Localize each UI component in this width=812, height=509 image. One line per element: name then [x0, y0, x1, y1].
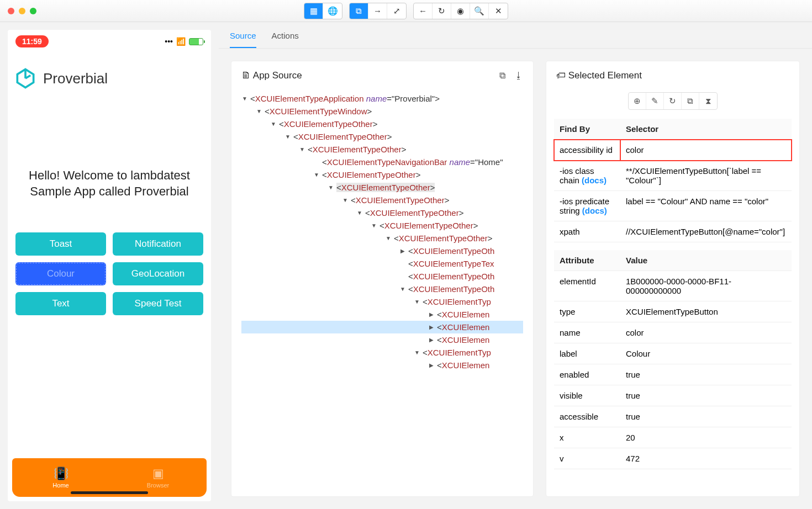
findby-key: -ios class chain (docs): [554, 161, 620, 191]
tree-node[interactable]: ▼<XCUIElementTypeOther>: [241, 130, 523, 143]
tree-node[interactable]: ▶<XCUIElemen: [241, 359, 523, 372]
tree-node[interactable]: ▼<XCUIElementTypeOther>: [241, 118, 523, 130]
attr-value: 472: [620, 448, 792, 469]
chevron-down-icon[interactable]: ▼: [256, 108, 262, 114]
chevron-down-icon[interactable]: ▼: [342, 197, 349, 203]
grid-icon[interactable]: ▦: [304, 3, 323, 19]
tree-node-label: <XCUIElementTypeOther>: [293, 132, 392, 141]
tree-node-label: <XCUIElementTypeOther>: [279, 119, 377, 129]
chevron-down-icon[interactable]: ▼: [270, 121, 277, 127]
tap-icon[interactable]: ⊕: [629, 93, 646, 109]
attr-row: enabledtrue: [554, 364, 792, 385]
chevron-down-icon[interactable]: ▼: [399, 286, 406, 292]
tree-node[interactable]: ▼<XCUIElementTyp: [241, 295, 523, 308]
tab-source[interactable]: Source: [230, 31, 256, 48]
tree-node[interactable]: ▼<XCUIElementTypeApplication name="Prove…: [241, 92, 523, 105]
minimize-window-icon[interactable]: [19, 8, 25, 14]
tree-node[interactable]: ▼<XCUIElementTyp: [241, 346, 523, 359]
wifi-icon: 📶: [176, 37, 186, 46]
attr-value: Colour: [620, 343, 792, 364]
chevron-right-icon[interactable]: ▶: [428, 362, 435, 368]
browser-icon: ▣: [152, 466, 164, 481]
tree-node[interactable]: ▼<XCUIElementTypeOther>: [241, 219, 523, 232]
tree-node[interactable]: ▼<XCUIElementTypeOther>: [241, 194, 523, 206]
send-keys-icon[interactable]: ✎: [646, 93, 664, 109]
expand-icon[interactable]: ⤢: [387, 3, 406, 19]
tree-node[interactable]: ▼<XCUIElementTypeOther>: [241, 143, 523, 156]
attr-row: elementId1B000000-0000-0000-BF11-0000000…: [554, 271, 792, 301]
chevron-right-icon[interactable]: ▶: [428, 311, 435, 317]
refresh-icon[interactable]: ↻: [664, 93, 682, 109]
findby-key: xpath: [554, 221, 620, 242]
tree-node[interactable]: ▶<XCUIElemen: [241, 308, 523, 321]
close-icon[interactable]: ✕: [489, 3, 508, 19]
chevron-down-icon[interactable]: ▼: [284, 134, 291, 140]
findby-row: -ios predicate string (docs)label == "Co…: [554, 191, 792, 221]
findby-key: accessibility id: [554, 140, 620, 161]
panel-row: 🗎 App Source ⧉ ⭳ ▼<XCUIElementTypeApplic…: [219, 49, 812, 509]
xml-tree[interactable]: ▼<XCUIElementTypeApplication name="Prove…: [231, 90, 533, 496]
copy-attrs-icon[interactable]: ⧉: [682, 93, 699, 109]
notification-button[interactable]: Notification: [113, 232, 203, 256]
tree-node[interactable]: <XCUIElementTypeNavigationBar name="Home…: [241, 156, 523, 168]
app-source-card: 🗎 App Source ⧉ ⭳ ▼<XCUIElementTypeApplic…: [231, 61, 534, 497]
eye-icon[interactable]: ◉: [451, 3, 470, 19]
timing-icon[interactable]: ⧗: [699, 93, 717, 109]
globe-icon[interactable]: 🌐: [323, 3, 342, 19]
chevron-down-icon[interactable]: ▼: [414, 349, 420, 356]
chevron-down-icon[interactable]: ▼: [371, 222, 377, 229]
colour-button[interactable]: Colour: [15, 262, 106, 285]
attr-key: visible: [554, 385, 620, 406]
tree-node[interactable]: ▼<XCUIElementTypeWindow>: [241, 105, 523, 118]
speedtest-button[interactable]: Speed Test: [113, 292, 203, 315]
tree-node-label: <XCUIElementTypeNavigationBar name="Home…: [322, 157, 503, 167]
tree-node[interactable]: ▼<XCUIElementTypeOther>: [241, 181, 523, 194]
toast-button[interactable]: Toast: [15, 232, 106, 256]
tree-node[interactable]: ▼<XCUIElementTypeOth: [241, 283, 523, 295]
attr-row: typeXCUIElementTypeButton: [554, 301, 792, 322]
tree-node[interactable]: ▶<XCUIElemen: [241, 321, 523, 333]
chevron-right-icon[interactable]: ▶: [428, 337, 435, 343]
chevron-down-icon[interactable]: ▼: [241, 96, 248, 102]
inspector-tabs: Source Actions: [219, 22, 812, 49]
app-source-actions: ⧉ ⭳: [499, 71, 523, 81]
text-button[interactable]: Text: [15, 292, 106, 315]
chevron-down-icon[interactable]: ▼: [313, 172, 320, 178]
geolocation-button[interactable]: GeoLocation: [113, 262, 203, 285]
tree-node[interactable]: <XCUIElementTypeTex: [241, 257, 523, 270]
device-screen: 11:59 ••• 📶 Proverbial Hello! Welcome to…: [8, 30, 211, 501]
tree-node[interactable]: ▼<XCUIElementTypeOther>: [241, 168, 523, 181]
chevron-right-icon[interactable]: ▶: [428, 324, 435, 330]
tree-node[interactable]: ▶<XCUIElemen: [241, 333, 523, 346]
selected-element-title: Selected Element: [568, 70, 642, 81]
findby-row: xpath//XCUIElementTypeButton[@name="colo…: [554, 221, 792, 242]
attr-key: x: [554, 427, 620, 448]
tab-actions[interactable]: Actions: [272, 31, 299, 48]
maximize-window-icon[interactable]: [30, 8, 36, 14]
close-window-icon[interactable]: [8, 8, 14, 14]
attributes-table: Attribute Value elementId1B000000-0000-0…: [554, 250, 792, 469]
attr-key: enabled: [554, 364, 620, 385]
copy-icon[interactable]: ⧉: [499, 71, 505, 81]
tree-node[interactable]: ▼<XCUIElementTypeOther>: [241, 232, 523, 245]
download-icon[interactable]: ⭳: [514, 71, 523, 81]
tree-node[interactable]: ▼<XCUIElementTypeOther>: [241, 206, 523, 219]
chevron-right-icon[interactable]: ▶: [399, 248, 406, 254]
chevron-down-icon[interactable]: ▼: [299, 146, 305, 152]
docs-link[interactable]: (docs): [582, 206, 607, 215]
chevron-down-icon[interactable]: ▼: [385, 235, 392, 241]
tree-node-label: <XCUIElementTypeWindow>: [265, 107, 372, 116]
swipe-icon[interactable]: →: [368, 3, 387, 19]
select-element-icon[interactable]: ⧉: [350, 3, 368, 19]
tree-node[interactable]: ▶<XCUIElementTypeOth: [241, 245, 523, 257]
tree-node[interactable]: <XCUIElementTypeOth: [241, 270, 523, 283]
tree-node-label: <XCUIElemen: [437, 360, 489, 370]
chevron-down-icon[interactable]: ▼: [328, 184, 334, 190]
search-icon[interactable]: 🔍: [470, 3, 489, 19]
toolbar-group-nav: ← ↻ ◉ 🔍 ✕: [413, 3, 508, 19]
back-icon[interactable]: ←: [414, 3, 433, 19]
chevron-down-icon[interactable]: ▼: [414, 299, 420, 305]
reload-icon[interactable]: ↻: [433, 3, 451, 19]
chevron-down-icon[interactable]: ▼: [356, 210, 363, 216]
docs-link[interactable]: (docs): [582, 176, 607, 185]
